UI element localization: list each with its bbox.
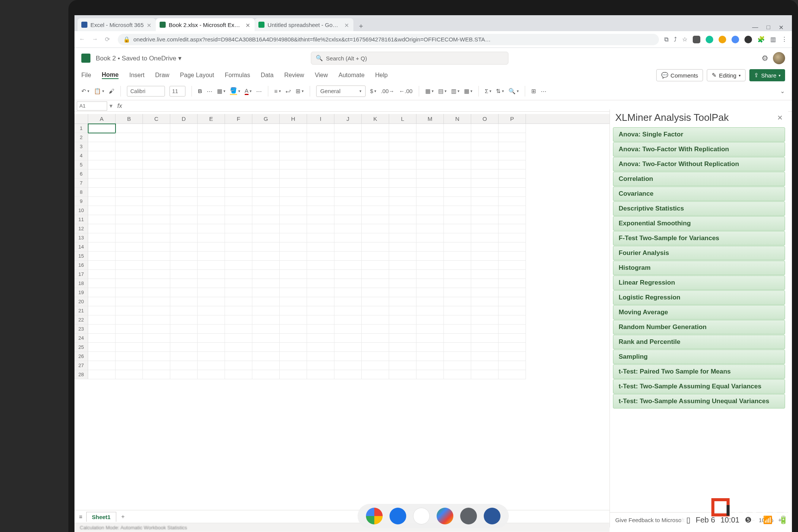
minimize-icon[interactable]: —: [752, 24, 758, 31]
cell[interactable]: [362, 151, 389, 160]
extension-icon[interactable]: [744, 36, 752, 43]
merge-button[interactable]: ⊞▾: [296, 88, 304, 95]
analysis-item[interactable]: Logistic Regression: [613, 290, 785, 305]
cell[interactable]: [143, 361, 170, 370]
cell[interactable]: [143, 315, 170, 325]
cell[interactable]: [416, 215, 444, 224]
cell[interactable]: [170, 297, 198, 306]
cell[interactable]: [307, 151, 334, 160]
back-icon[interactable]: ←: [79, 36, 87, 43]
cell[interactable]: [416, 197, 444, 206]
cell[interactable]: [280, 151, 307, 160]
cell[interactable]: [362, 224, 389, 233]
cell[interactable]: [170, 334, 198, 343]
cell[interactable]: [198, 160, 225, 169]
column-header[interactable]: D: [170, 114, 198, 124]
row-header[interactable]: 17: [74, 270, 88, 279]
cell[interactable]: [307, 160, 334, 169]
cell[interactable]: [499, 133, 526, 142]
cell[interactable]: [116, 297, 143, 306]
cell[interactable]: [307, 142, 334, 151]
cell[interactable]: [334, 124, 362, 133]
cell[interactable]: [416, 334, 444, 343]
cell[interactable]: [389, 169, 416, 179]
cell[interactable]: [252, 197, 280, 206]
cell[interactable]: [499, 252, 526, 261]
cell[interactable]: [116, 142, 143, 151]
cell[interactable]: [334, 334, 362, 343]
cell[interactable]: [116, 361, 143, 370]
cell[interactable]: [116, 315, 143, 325]
cell[interactable]: [499, 334, 526, 343]
analysis-item[interactable]: t-Test: Paired Two Sample for Means: [613, 364, 785, 379]
cell[interactable]: [143, 206, 170, 215]
cell[interactable]: [88, 270, 116, 279]
cell[interactable]: [116, 188, 143, 197]
cell[interactable]: [252, 151, 280, 160]
cell[interactable]: [170, 169, 198, 179]
cell[interactable]: [471, 252, 499, 261]
cell[interactable]: [198, 215, 225, 224]
column-header[interactable]: J: [334, 114, 362, 124]
grammarly-icon[interactable]: [706, 36, 713, 43]
comments-button[interactable]: 💬Comments: [656, 69, 703, 81]
close-window-icon[interactable]: ✕: [779, 24, 784, 31]
cell[interactable]: [116, 325, 143, 334]
search-input[interactable]: 🔍 Search (Alt + Q): [311, 52, 508, 65]
cell[interactable]: [389, 215, 416, 224]
cell[interactable]: [471, 361, 499, 370]
cell[interactable]: [252, 361, 280, 370]
cell[interactable]: [280, 370, 307, 379]
cell[interactable]: [170, 188, 198, 197]
cell[interactable]: [252, 142, 280, 151]
cell[interactable]: [198, 133, 225, 142]
cell[interactable]: [280, 252, 307, 261]
fill-color-button[interactable]: 🪣▾: [230, 87, 240, 95]
cell[interactable]: [307, 179, 334, 188]
column-header[interactable]: A: [88, 114, 116, 124]
browser-tab[interactable]: Excel - Microsoft 365 ✕: [78, 18, 156, 31]
cell[interactable]: [252, 315, 280, 325]
cell[interactable]: [334, 352, 362, 361]
cell[interactable]: [225, 306, 252, 315]
cell[interactable]: [307, 270, 334, 279]
cell[interactable]: [389, 343, 416, 352]
add-sheet-icon[interactable]: ＋: [120, 513, 126, 520]
column-header[interactable]: O: [471, 114, 499, 124]
cell[interactable]: [444, 306, 471, 315]
more-font-button[interactable]: ⋯: [207, 88, 212, 95]
cell[interactable]: [198, 179, 225, 188]
cell[interactable]: [444, 325, 471, 334]
cell[interactable]: [225, 215, 252, 224]
url-input[interactable]: 🔒 onedrive.live.com/edit.aspx?resid=D984…: [118, 34, 659, 45]
cell[interactable]: [225, 288, 252, 297]
cell[interactable]: [198, 252, 225, 261]
cell[interactable]: [389, 197, 416, 206]
ublock-icon[interactable]: [693, 36, 700, 43]
feedback-link[interactable]: Give Feedback to Microsoft: [615, 517, 685, 523]
browser-tab[interactable]: Untitled spreadsheet - Google Sh… ✕: [255, 18, 353, 31]
cell[interactable]: [198, 197, 225, 206]
cell[interactable]: [307, 370, 334, 379]
name-box-dropdown-icon[interactable]: ▾: [107, 102, 115, 109]
cell[interactable]: [416, 133, 444, 142]
tab-draw[interactable]: Draw: [155, 72, 169, 79]
cell[interactable]: [389, 233, 416, 242]
cell[interactable]: [116, 151, 143, 160]
cell[interactable]: [143, 133, 170, 142]
cell[interactable]: [88, 315, 116, 325]
cell[interactable]: [88, 124, 116, 133]
open-external-icon[interactable]: ⧉: [664, 36, 668, 43]
cell[interactable]: [362, 370, 389, 379]
cell[interactable]: [170, 370, 198, 379]
column-header[interactable]: E: [198, 114, 225, 124]
row-header[interactable]: 5: [74, 160, 88, 169]
cell[interactable]: [170, 288, 198, 297]
cell[interactable]: [471, 343, 499, 352]
cell[interactable]: [307, 169, 334, 179]
cell[interactable]: [252, 252, 280, 261]
cell-styles-button[interactable]: ▥▾: [451, 88, 459, 95]
row-header[interactable]: 15: [74, 252, 88, 261]
tab-help[interactable]: Help: [375, 72, 388, 79]
analysis-item[interactable]: Anova: Two-Factor Without Replication: [613, 157, 785, 171]
